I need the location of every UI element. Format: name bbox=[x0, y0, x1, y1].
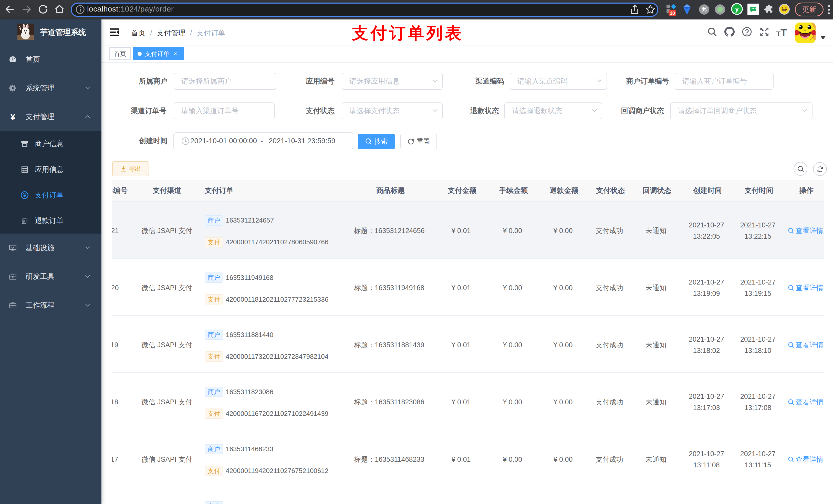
svg-text:⌘: ⌘ bbox=[701, 6, 707, 13]
svg-text:10: 10 bbox=[670, 11, 675, 16]
svg-text:y: y bbox=[735, 5, 739, 13]
